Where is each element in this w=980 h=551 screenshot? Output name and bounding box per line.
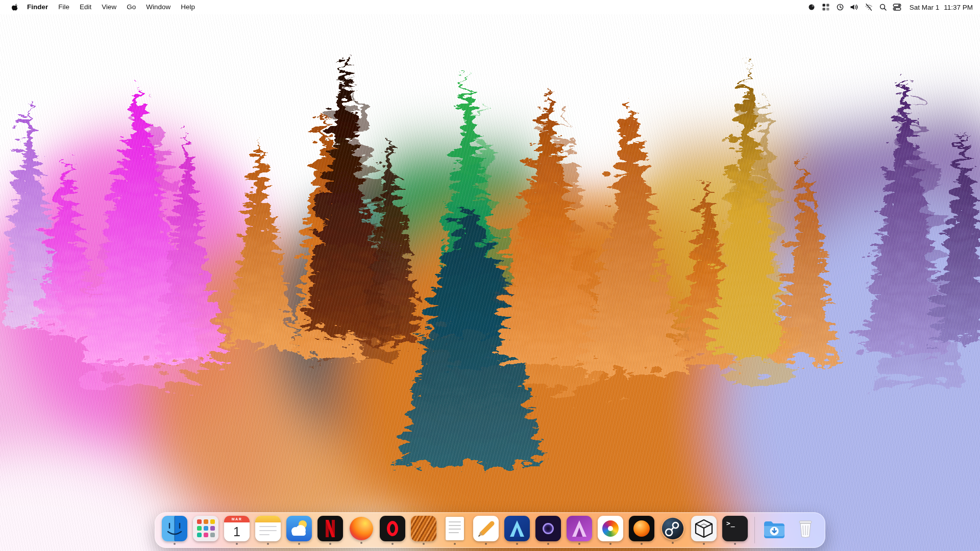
running-indicator [516,543,518,545]
netflix-icon [317,516,343,541]
menubar-app-icon[interactable] [805,0,818,14]
dock-item-finder[interactable] [161,516,188,545]
terminal-icon: >_ [722,516,748,541]
orange-textured-app-icon [411,516,436,541]
menu-bar: Finder File Edit View Go Window Help Sa [0,0,980,14]
running-indicator [236,543,238,545]
menu-file[interactable]: File [54,0,74,14]
running-indicator [391,543,394,545]
apple-menu[interactable] [7,0,21,14]
dark-ring-app-icon [535,516,561,541]
dock-item-weather[interactable] [286,516,312,545]
dock-item-purple-app[interactable] [566,516,593,545]
menu-edit[interactable]: Edit [75,0,96,14]
apple-logo-icon [11,3,18,12]
dock-item-dark-ring-app[interactable] [535,516,561,545]
dock: MAR 1 [155,512,825,548]
calendar-month: MAR [224,516,250,522]
dock-item-launchpad[interactable] [192,516,219,545]
running-indicator [641,543,643,545]
running-indicator [609,543,611,545]
running-indicator [547,543,549,545]
clock-date: Sat Mar 1 [910,4,940,11]
finder-icon [162,516,187,541]
menu-go[interactable]: Go [122,0,140,14]
control-center-icon[interactable] [891,0,903,14]
blue-triangle-app-icon [504,516,530,541]
running-indicator [578,543,580,545]
grid-icon[interactable] [820,0,832,14]
dock-item-netflix[interactable] [317,516,344,545]
launchpad-icon [193,516,218,541]
purple-app-icon [567,516,592,541]
app-menu-finder[interactable]: Finder [22,0,53,14]
running-indicator [174,543,176,545]
dock-item-orange-textured-app[interactable] [410,516,437,545]
firefox-icon [350,517,373,540]
dock-item-flower-app[interactable] [597,516,624,545]
dock-item-calendar[interactable]: MAR 1 [224,516,250,545]
cube-wireframe-app-icon [691,516,717,541]
dock-item-blue-triangle-app[interactable] [504,516,530,545]
dock-item-firefox[interactable] [348,517,375,544]
opera-icon [380,516,405,541]
menu-help[interactable]: Help [176,0,200,14]
running-indicator [423,543,425,545]
running-indicator [485,543,487,545]
terminal-prompt-glyph: >_ [726,519,736,527]
weather-icon [286,516,312,541]
downloads-folder-icon [762,516,787,541]
running-indicator [267,543,269,545]
dock-separator [754,517,755,543]
volume-icon[interactable] [848,0,861,14]
clock-time: 11:37 PM [944,4,973,11]
time-machine-icon[interactable] [834,0,846,14]
dock-item-downloads[interactable] [761,516,788,545]
dock-item-textedit[interactable] [442,516,468,545]
dock-item-trash[interactable] [792,516,819,545]
wifi-off-icon[interactable] [863,0,875,14]
dock-item-cube-app[interactable] [691,516,717,545]
running-indicator [360,542,362,544]
calendar-day: 1 [224,522,250,541]
running-indicator [298,543,300,545]
notes-icon [255,516,281,541]
running-indicator [329,543,331,545]
running-indicator [734,543,736,545]
running-indicator [672,542,674,544]
dock-item-opera[interactable] [379,516,406,545]
dock-item-notes[interactable] [255,516,281,545]
pencil-app-icon [473,516,499,541]
flower-app-icon [598,516,623,541]
menu-bar-clock[interactable]: Sat Mar 1 11:37 PM [905,4,973,11]
orange-sphere-app-icon [629,516,654,541]
trash-icon [793,516,818,541]
menu-window[interactable]: Window [141,0,175,14]
spotlight-icon[interactable] [877,0,889,14]
running-indicator [703,543,705,545]
steam-icon [661,517,684,540]
dock-item-steam[interactable] [659,517,686,544]
running-indicator [454,543,456,545]
dock-item-orange-sphere-app[interactable] [628,516,655,545]
dock-item-pencil-app[interactable] [473,516,499,545]
document-icon [442,516,468,541]
desktop-wallpaper [0,0,980,551]
calendar-icon: MAR 1 [224,516,250,541]
menu-view[interactable]: View [97,0,121,14]
dock-item-terminal[interactable]: >_ [722,516,748,545]
